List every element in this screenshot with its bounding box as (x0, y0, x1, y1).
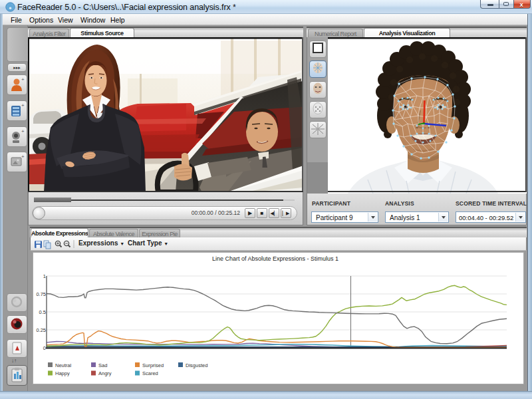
svg-text:Sad: Sad (98, 362, 107, 368)
svg-text:+: + (21, 128, 25, 134)
svg-text:0.75: 0.75 (36, 291, 46, 297)
svg-text:Happy: Happy (55, 370, 70, 376)
svg-text:Line Chart of Absolute Express: Line Chart of Absolute Expressions - Sti… (212, 255, 338, 262)
svg-text:+: + (21, 102, 25, 108)
svg-text:1: 1 (43, 273, 46, 279)
svg-text:0: 0 (43, 345, 46, 351)
svg-text:Angry: Angry (98, 370, 112, 376)
svg-text:0.25: 0.25 (36, 327, 46, 333)
svg-text:+: + (21, 76, 25, 82)
svg-text:Surprised: Surprised (142, 362, 164, 368)
svg-text:+: + (21, 154, 25, 160)
svg-text:0.5: 0.5 (39, 309, 46, 315)
svg-text:Neutral: Neutral (55, 362, 72, 368)
svg-text:Disgusted: Disgusted (186, 362, 207, 368)
svg-text:Scared: Scared (142, 370, 158, 376)
